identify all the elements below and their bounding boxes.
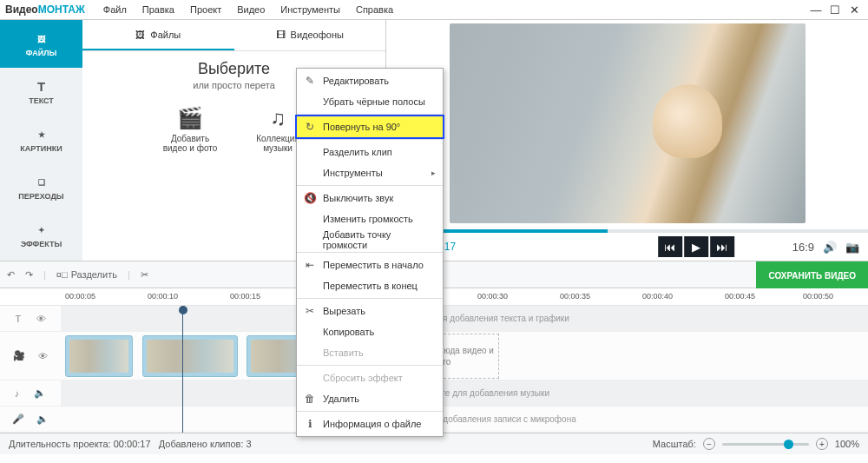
ctx-rotate-90[interactable]: ↻Повернуть на 90° [297, 116, 443, 137]
images-icon: 🖼 [135, 30, 145, 40]
reel-icon: 🎬 [177, 106, 203, 130]
clip-2[interactable] [142, 335, 238, 377]
mic-icon: 🎤 [12, 413, 24, 425]
duration-value: 00:00:17 [114, 439, 151, 449]
pencil-icon: ✎ [304, 75, 316, 87]
note-icon: ♪ [15, 388, 20, 399]
main-menu: Файл Правка Проект Видео Инструменты Спр… [95, 3, 401, 17]
text-track-header[interactable]: T👁 [0, 306, 61, 332]
ctx-move-start[interactable]: ⇤Переместить в начало [297, 255, 443, 275]
rotate-icon: ↻ [304, 121, 316, 133]
layers-icon: ❏ [33, 175, 50, 190]
zoom-value: 100% [835, 439, 859, 449]
context-menu: ✎Редактировать Убрать чёрные полосы ↻Пов… [296, 68, 444, 437]
split-button[interactable]: ¤□ Разделить [56, 269, 117, 280]
info-icon: ℹ [304, 418, 316, 430]
tab-files[interactable]: 🖼ФАЙЛЫ [0, 20, 82, 68]
ctx-mute[interactable]: 🔇Выключить звук [297, 188, 443, 208]
video-track-header[interactable]: 🎥👁 [0, 332, 61, 380]
text-icon: T [15, 314, 21, 324]
track-header: T👁 🎥👁 ♪🔈 🎤🔈 [0, 306, 61, 433]
wand-icon: ✦ [33, 222, 50, 238]
ctx-copy[interactable]: Копировать [297, 321, 443, 342]
minimize-button[interactable]: — [807, 3, 825, 17]
ctx-paste: Вставить [297, 342, 443, 363]
window-controls: — ☐ ✕ [807, 3, 863, 17]
clips-value: 3 [247, 439, 252, 449]
clip-1[interactable] [65, 335, 133, 377]
speaker-icon[interactable]: 🔈 [36, 413, 49, 425]
close-button[interactable]: ✕ [845, 3, 863, 17]
menubar: ВидеоМОНТАЖ Файл Правка Проект Видео Инс… [0, 0, 868, 20]
ctx-add-volume-point[interactable]: Добавить точку громкости [297, 229, 443, 250]
playhead[interactable] [182, 306, 183, 433]
ctx-change-volume[interactable]: Изменить громкость [297, 208, 443, 229]
track-area[interactable]: Дважды кликните для добавления текста и … [61, 306, 868, 433]
image-icon: 🖼 [33, 31, 50, 47]
tab-text[interactable]: TТЕКСТ [0, 68, 82, 116]
film-icon: 🎞 [276, 30, 286, 40]
ctx-cut[interactable]: ✂Вырезать [297, 301, 443, 321]
preview-panel: 00:00:08.417 ⏮ ▶ ⏭ 16:9 🔊 📷 [386, 20, 868, 261]
ctx-edit[interactable]: ✎Редактировать [297, 70, 443, 91]
app-brand: ВидеоМОНТАЖ [5, 3, 85, 16]
camera-icon: 🎥 [13, 350, 25, 361]
zoom-out-button[interactable]: − [703, 438, 715, 450]
cut-tool[interactable]: ✂ [141, 269, 148, 281]
left-sidebar: 🖼ФАЙЛЫ TТЕКСТ ★КАРТИНКИ ❏ПЕРЕХОДЫ ✦ЭФФЕК… [0, 20, 82, 261]
add-media-button[interactable]: 🎬Добавить видео и фото [154, 99, 227, 160]
music-icon: ♫ [270, 106, 286, 130]
prev-frame-button[interactable]: ⏮ [658, 236, 682, 257]
aspect-label[interactable]: 16:9 [792, 241, 814, 254]
scissors-icon: ✂ [304, 305, 316, 317]
ctx-remove-bars[interactable]: Убрать чёрные полосы [297, 91, 443, 112]
menu-edit[interactable]: Правка [135, 3, 182, 17]
mute-icon: 🔇 [304, 192, 316, 204]
subtab-files[interactable]: 🖼Файлы [82, 20, 234, 50]
ctx-tools-submenu[interactable]: Инструменты▸ [297, 162, 443, 183]
ctx-reset-effect: Сбросить эффект [297, 367, 443, 388]
play-button[interactable]: ▶ [684, 236, 708, 257]
ctx-move-end[interactable]: Переместить в конец [297, 275, 443, 296]
zoom-in-button[interactable]: + [816, 438, 828, 450]
eye-icon[interactable]: 👁 [38, 351, 48, 361]
tab-transitions[interactable]: ❏ПЕРЕХОДЫ [0, 163, 82, 211]
zoom-label: Масштаб: [653, 439, 696, 449]
zoom-slider[interactable] [722, 443, 809, 446]
snapshot-icon[interactable]: 📷 [845, 241, 859, 254]
ctx-split-clip[interactable]: Разделить клип [297, 142, 443, 162]
next-frame-button[interactable]: ⏭ [710, 236, 734, 257]
speaker-icon[interactable]: 🔈 [34, 387, 46, 399]
menu-help[interactable]: Справка [348, 3, 401, 17]
volume-icon[interactable]: 🔊 [823, 241, 837, 254]
ctx-delete[interactable]: 🗑Удалить [297, 388, 443, 409]
menu-project[interactable]: Проект [182, 3, 229, 17]
subtab-backgrounds[interactable]: 🎞Видеофоны [234, 20, 386, 50]
maximize-button[interactable]: ☐ [826, 3, 844, 17]
music-track-header[interactable]: ♪🔈 [0, 380, 61, 407]
redo-button[interactable]: ↷ [25, 269, 33, 281]
undo-button[interactable]: ↶ [7, 269, 15, 281]
trash-icon: 🗑 [304, 393, 316, 405]
video-preview[interactable] [386, 20, 868, 229]
menu-tools[interactable]: Инструменты [273, 3, 348, 17]
menu-file[interactable]: Файл [95, 3, 135, 17]
star-icon: ★ [33, 127, 50, 142]
menu-video[interactable]: Видео [229, 3, 273, 17]
files-panel: 🖼Файлы 🎞Видеофоны Выберите или просто пе… [82, 20, 386, 261]
tab-pictures[interactable]: ★КАРТИНКИ [0, 116, 82, 163]
mic-track-header[interactable]: 🎤🔈 [0, 407, 61, 433]
save-video-button[interactable]: СОХРАНИТЬ ВИДЕО [756, 261, 868, 289]
to-start-icon: ⇤ [304, 259, 316, 271]
ctx-file-info[interactable]: ℹИнформация о файле [297, 413, 443, 434]
clips-label: Добавлено клипов: [159, 439, 244, 449]
duration-label: Длительность проекта: [9, 439, 111, 449]
eye-icon[interactable]: 👁 [36, 314, 46, 324]
tab-effects[interactable]: ✦ЭФФЕКТЫ [0, 211, 82, 259]
text-icon: T [33, 79, 50, 95]
